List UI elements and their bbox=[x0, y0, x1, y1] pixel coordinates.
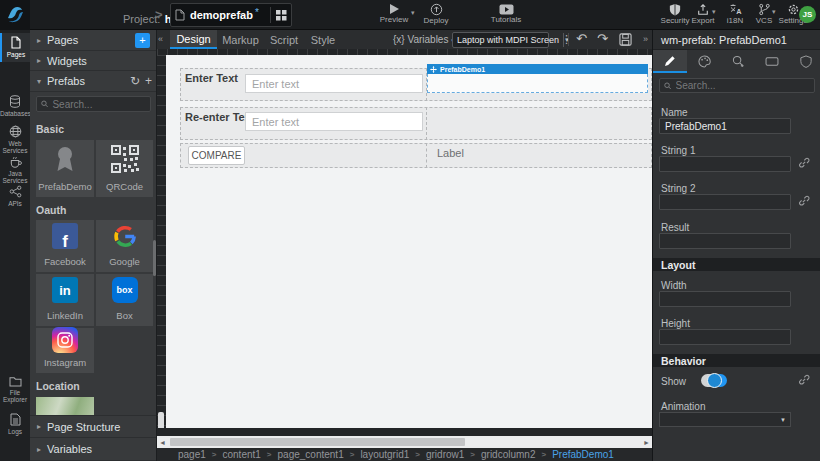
refresh-prefabs-icon[interactable]: ↻ bbox=[130, 74, 140, 88]
rail-item-java-services[interactable]: Java Services bbox=[0, 152, 30, 184]
prefab-tile-prefabdemo[interactable]: PrefabDemo bbox=[36, 140, 94, 197]
panel-section-pages[interactable]: ▸ Pages + bbox=[30, 30, 157, 51]
design-canvas[interactable]: Enter Text PrefabDemo1 Re-enter Text COM… bbox=[166, 55, 652, 428]
scroll-right-icon[interactable]: ► bbox=[643, 439, 650, 446]
rail-item-apis[interactable]: APIs bbox=[0, 182, 30, 207]
prefab-tile-instagram[interactable]: Instagram bbox=[36, 328, 94, 373]
caret-right-icon: ▸ bbox=[37, 36, 47, 45]
rail-item-file-explorer[interactable]: File Explorer bbox=[0, 373, 30, 403]
breadcrumb-item[interactable]: layoutgrid1 bbox=[360, 449, 409, 460]
width-field[interactable] bbox=[659, 291, 791, 307]
breadcrumb-item[interactable]: gridrow1 bbox=[426, 449, 464, 460]
page-switcher-button[interactable] bbox=[270, 7, 287, 23]
unsaved-indicator: * bbox=[255, 7, 259, 18]
security-label: Security bbox=[658, 16, 692, 25]
text-input-2[interactable] bbox=[245, 112, 423, 131]
string2-field[interactable] bbox=[659, 194, 791, 210]
prefab-tile-google[interactable]: Google bbox=[96, 220, 153, 272]
result-field[interactable] bbox=[659, 233, 791, 249]
section-label: Variables bbox=[47, 443, 92, 455]
rail-item-web-services[interactable]: Web Services bbox=[0, 122, 30, 154]
tutorials-button[interactable]: Tutorials bbox=[486, 4, 526, 24]
save-button[interactable] bbox=[619, 33, 632, 46]
horizontal-scrollbar[interactable]: ◄ ► bbox=[157, 436, 652, 448]
bind-string2-icon[interactable] bbox=[798, 195, 810, 207]
bind-string1-icon[interactable] bbox=[798, 157, 810, 169]
export-caret-icon[interactable]: ▾ bbox=[712, 8, 716, 16]
group-title-basic: Basic bbox=[36, 123, 64, 135]
label-widget[interactable]: Label bbox=[437, 147, 464, 159]
add-prefab-icon[interactable]: + bbox=[145, 74, 152, 88]
rail-item-databases[interactable]: Databases bbox=[0, 92, 30, 117]
redo-button[interactable]: ↷ bbox=[597, 31, 608, 46]
tab-style[interactable]: Style bbox=[304, 30, 342, 49]
prefab-search-input[interactable] bbox=[48, 99, 146, 110]
tab-device[interactable] bbox=[755, 50, 789, 73]
user-avatar[interactable]: JS bbox=[799, 6, 816, 23]
undo-button[interactable]: ↶ bbox=[576, 31, 587, 46]
rail-item-logs[interactable]: Logs bbox=[0, 410, 30, 435]
preview-button[interactable]: Preview bbox=[376, 3, 412, 24]
rail-item-pages[interactable]: Pages bbox=[0, 33, 30, 62]
string1-field[interactable] bbox=[659, 156, 791, 172]
scroll-left-icon[interactable]: ◄ bbox=[159, 439, 166, 446]
panel-scrollbar[interactable] bbox=[153, 240, 156, 276]
variables-dropdown[interactable]: {x} Variables ▾ bbox=[393, 34, 455, 45]
tab-security[interactable] bbox=[789, 50, 820, 73]
i18n-button[interactable]: A i18N bbox=[720, 3, 750, 25]
location-map-tile[interactable] bbox=[36, 397, 94, 415]
collapse-right-panel-button[interactable]: » bbox=[643, 34, 648, 44]
translate-icon: A bbox=[729, 3, 742, 16]
collapse-left-panel-button[interactable]: « bbox=[158, 34, 163, 44]
more-options-button[interactable]: ⋮ bbox=[561, 33, 572, 46]
page-chip[interactable]: demoprefab * bbox=[170, 3, 292, 27]
compare-button[interactable]: COMPARE bbox=[188, 146, 245, 165]
height-field[interactable] bbox=[659, 329, 791, 345]
animation-select[interactable]: ▼ bbox=[659, 412, 791, 427]
properties-search-input[interactable] bbox=[672, 80, 810, 91]
text-widget-label[interactable]: Enter Text bbox=[185, 72, 238, 84]
breadcrumb-item[interactable]: gridcolumn2 bbox=[481, 449, 535, 460]
prefab-tile-box[interactable]: box Box bbox=[96, 274, 153, 326]
add-page-button[interactable]: + bbox=[135, 33, 150, 48]
top-bar: Project: howtos > demoprefab * Preview ▾… bbox=[0, 0, 820, 30]
tab-design[interactable]: Design bbox=[170, 30, 217, 49]
wavemaker-logo[interactable] bbox=[0, 0, 30, 30]
panel-section-prefabs[interactable]: ▾ Prefabs ↻ + bbox=[30, 71, 157, 92]
panel-section-page-structure[interactable]: ▸ Page Structure bbox=[30, 415, 157, 438]
prefab-tile-facebook[interactable]: f Facebook bbox=[36, 220, 94, 272]
selected-widget-header[interactable]: PrefabDemo1 bbox=[427, 64, 648, 74]
properties-search[interactable] bbox=[659, 78, 815, 93]
panel-section-widgets[interactable]: ▸ Widgets bbox=[30, 51, 157, 71]
breadcrumb-item[interactable]: page1 bbox=[178, 449, 206, 460]
name-field[interactable] bbox=[659, 118, 791, 134]
prefab-search[interactable] bbox=[36, 96, 151, 112]
device-select[interactable]: Laptop with MDPI Screen ▼ bbox=[452, 32, 549, 48]
caret-right-icon: ▸ bbox=[37, 422, 47, 431]
ruler-vertical bbox=[157, 55, 166, 436]
breadcrumb-item[interactable]: page_content1 bbox=[278, 449, 344, 460]
tile-label: Instagram bbox=[44, 357, 86, 368]
show-toggle[interactable] bbox=[701, 374, 727, 387]
vcs-caret-icon[interactable]: ▾ bbox=[772, 8, 776, 16]
breadcrumb-separator: > bbox=[212, 450, 217, 459]
tab-styles[interactable] bbox=[687, 50, 721, 73]
tab-script[interactable]: Script bbox=[264, 30, 304, 49]
scrollbar-thumb[interactable] bbox=[170, 438, 465, 446]
deploy-button[interactable]: Deploy bbox=[418, 3, 454, 25]
text-input-1[interactable] bbox=[245, 74, 423, 93]
prefab-tile-linkedin[interactable]: in LinkedIn bbox=[36, 274, 94, 326]
bind-show-icon[interactable] bbox=[798, 374, 810, 386]
preview-caret-icon[interactable]: ▾ bbox=[411, 9, 415, 17]
grid-row-3[interactable] bbox=[180, 143, 652, 168]
breadcrumb-item[interactable]: content1 bbox=[222, 449, 260, 460]
tab-markup[interactable]: Markup bbox=[217, 30, 264, 49]
breadcrumb-item-active[interactable]: PrefabDemo1 bbox=[552, 449, 614, 460]
selected-prefab-body[interactable] bbox=[427, 74, 648, 93]
pencil-icon bbox=[664, 55, 676, 67]
panel-section-variables[interactable]: ▸ Variables bbox=[30, 438, 157, 461]
tab-properties[interactable] bbox=[653, 50, 687, 73]
prefab-tile-qrcode[interactable]: QRCode bbox=[96, 140, 153, 197]
tab-events[interactable] bbox=[721, 50, 755, 73]
security-button[interactable]: Security bbox=[658, 3, 692, 25]
